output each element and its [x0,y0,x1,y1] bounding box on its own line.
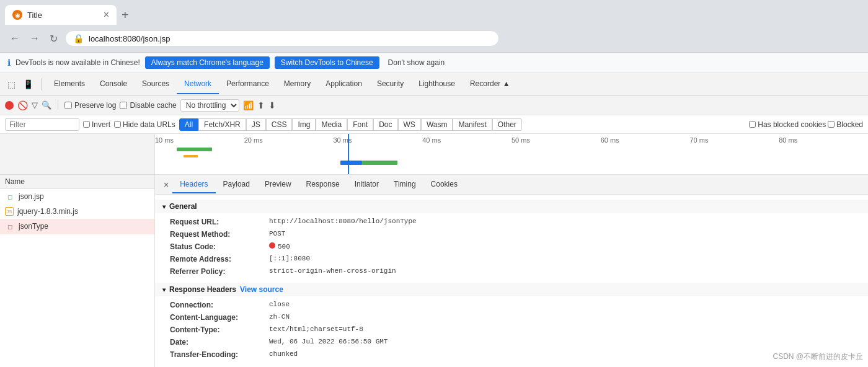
download-icon[interactable]: ⬇ [268,100,276,110]
dont-show-again-button[interactable]: Don't show again [384,56,449,69]
type-font-button[interactable]: Font [347,118,373,131]
tab-bar: ◉ Title × + [0,0,868,25]
request-detail: × Headers Payload Preview Response Initi… [155,175,868,367]
detail-close-button[interactable]: × [160,179,172,191]
clear-button[interactable]: 🚫 [17,100,28,110]
waterfall-bar-jsontype-green [362,161,398,165]
csdn-watermark: CSDN @不断前进的皮卡丘 [773,352,863,362]
preserve-log-label[interactable]: Preserve log [64,101,116,110]
wifi-icon[interactable]: 📶 [243,100,254,110]
detail-tab-headers[interactable]: Headers [172,176,215,193]
filter-button[interactable]: ▽ [32,100,38,110]
url-bar[interactable]: 🔒 localhost:8080/json.jsp [65,30,499,46]
type-manifest-button[interactable]: Manifest [453,118,492,131]
tab-recorder[interactable]: Recorder ▲ [463,74,518,94]
forward-button[interactable]: → [27,32,42,45]
detail-row: Content-Type: text/html;charset=utf-8 [170,324,861,336]
tab-close-icon[interactable]: × [104,10,109,20]
detail-tab-cookies[interactable]: Cookies [423,176,465,193]
list-item[interactable]: ◻ jsonType [0,219,154,234]
type-fetch-button[interactable]: Fetch/XHR [198,118,246,131]
type-all-button[interactable]: All [179,118,198,131]
disable-cache-checkbox[interactable] [120,102,127,109]
tab-security[interactable]: Security [370,74,411,94]
refresh-button[interactable]: ↻ [47,32,60,46]
list-item[interactable]: JS jquery-1.8.3.min.js [0,205,154,219]
detail-content: General Request URL: http://localhost:80… [155,195,868,367]
marker-80ms: 80 ms [779,136,797,144]
tab-performance[interactable]: Performance [219,74,277,94]
back-button[interactable]: ← [7,32,22,45]
type-wasm-button[interactable]: Wasm [421,118,453,131]
has-blocked-checkbox[interactable] [749,121,756,128]
marker-50ms: 50 ms [512,136,530,144]
new-tab-button[interactable]: + [117,6,134,25]
file-name-json-jsp: json.jsp [19,192,149,201]
browser-chrome: ◉ Title × + ← → ↻ 🔒 localhost:8080/json.… [0,0,868,52]
detail-tab-initiator[interactable]: Initiator [347,176,386,193]
tab-console[interactable]: Console [92,74,135,94]
type-ws-button[interactable]: WS [398,118,421,131]
type-css-button[interactable]: CSS [266,118,293,131]
waterfall-bar-jsontype-blue [340,161,362,165]
js-file-icon: JS [5,207,14,216]
throttle-select[interactable]: No throttling [180,99,239,112]
type-media-button[interactable]: Media [316,118,347,131]
remote-address-value: [::1]:8080 [269,255,310,263]
has-blocked-label[interactable]: Has blocked cookies [749,120,826,129]
blocked-label[interactable]: Blocked [828,120,863,129]
upload-icon[interactable]: ⬆ [257,100,265,110]
content-type-value: text/html;charset=utf-8 [269,325,363,334]
response-headers-section-body: Connection: close Content-Language: zh-C… [155,296,868,366]
invert-checkbox-label[interactable]: Invert [83,120,110,129]
invert-checkbox[interactable] [83,121,90,128]
status-code-key: Status Code: [170,242,269,251]
filter-input[interactable] [5,118,79,131]
tab-lighthouse[interactable]: Lighthouse [411,74,463,94]
detail-tab-response[interactable]: Response [299,176,347,193]
general-section-body: Request URL: http://localhost:8080/hello… [155,213,868,283]
tab-memory[interactable]: Memory [277,74,318,94]
tab-elements[interactable]: Elements [46,74,92,94]
type-doc-button[interactable]: Doc [373,118,397,131]
hide-data-urls-checkbox[interactable] [114,121,121,128]
record-button[interactable] [5,101,14,110]
marker-60ms: 60 ms [601,136,619,144]
content-language-value: zh-CN [269,313,290,322]
err-file-icon: ◻ [5,221,15,231]
preserve-log-checkbox[interactable] [64,102,72,109]
general-section-header[interactable]: General [155,200,868,213]
detail-tab-preview[interactable]: Preview [257,176,299,193]
waterfall-bar-jsp [177,148,213,151]
devtools-tab-icons: ⬚ 📱 [5,78,42,91]
detail-row: Status Code: 500 [170,241,861,253]
switch-devtools-button[interactable]: Switch DevTools to Chinese [275,56,379,69]
marker-30ms: 30 ms [334,136,352,144]
tab-network[interactable]: Network [177,74,219,94]
detail-tabs: × Headers Payload Preview Response Initi… [155,175,868,195]
hide-data-urls-label[interactable]: Hide data URLs [114,120,175,129]
type-img-button[interactable]: Img [292,118,316,131]
transfer-encoding-value: chunked [269,350,298,359]
always-match-button[interactable]: Always match Chrome's language [145,56,270,69]
disable-cache-label[interactable]: Disable cache [120,101,176,110]
marker-40ms: 40 ms [422,136,441,144]
inspect-icon[interactable]: ⬚ [5,78,18,91]
detail-tab-timing[interactable]: Timing [386,176,423,193]
devtools-tabs: ⬚ 📱 Elements Console Sources Network Per… [0,73,868,95]
tab-sources[interactable]: Sources [135,74,177,94]
network-toolbar: 🚫 ▽ 🔍 Preserve log Disable cache No thro… [0,95,868,115]
type-js-button[interactable]: JS [246,118,266,131]
url-text: localhost:8080/json.jsp [89,34,170,43]
device-icon[interactable]: 📱 [20,78,36,91]
type-other-button[interactable]: Other [492,118,522,131]
view-source-link[interactable]: View source [240,285,283,294]
detail-tab-payload[interactable]: Payload [216,176,257,193]
response-headers-section-header[interactable]: Response Headers View source [155,283,868,296]
marker-20ms: 20 ms [244,136,263,144]
search-button[interactable]: 🔍 [42,100,51,110]
browser-tab[interactable]: ◉ Title × [5,5,117,25]
blocked-checkbox[interactable] [828,121,835,128]
list-item[interactable]: ◻ json.jsp [0,189,154,205]
tab-application[interactable]: Application [318,74,370,94]
